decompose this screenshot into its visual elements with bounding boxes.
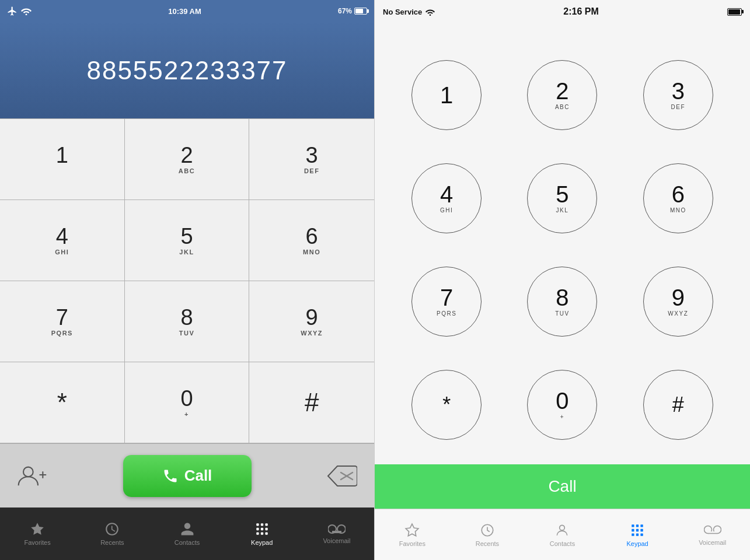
action-row-left: Call [0, 443, 374, 508]
star-icon-left [30, 522, 45, 537]
key-2-right[interactable]: 2 ABC [508, 47, 616, 143]
tab-bar-left: Favorites Recents Contacts [0, 508, 374, 560]
tab-keypad-label-right: Keypad [626, 540, 648, 547]
tab-voicemail-left[interactable]: Voicemail [299, 508, 374, 560]
airplane-icon [7, 6, 18, 16]
svg-rect-20 [632, 524, 634, 527]
svg-rect-21 [636, 524, 639, 527]
svg-rect-10 [265, 528, 267, 530]
status-bar-right: No Service 2:16 PM [375, 0, 750, 23]
no-service-label: No Service [383, 8, 422, 16]
key-9[interactable]: 9 WXYZ [249, 281, 374, 362]
right-right-status [727, 8, 742, 16]
right-left-status: No Service [383, 8, 435, 16]
voicemail-icon-left [328, 523, 346, 535]
key-star[interactable]: * [0, 362, 125, 443]
svg-rect-9 [261, 528, 263, 530]
battery-percent-left: 67% [338, 7, 352, 15]
key-2[interactable]: 2 ABC [125, 119, 250, 200]
phone-icon-left [162, 468, 179, 484]
tab-voicemail-label-right: Voicemail [699, 539, 726, 546]
battery-icon-left [354, 8, 367, 15]
tab-contacts-right[interactable]: Contacts [525, 509, 600, 560]
svg-rect-26 [632, 533, 634, 536]
time-right: 2:16 PM [563, 6, 598, 17]
key-hash[interactable]: # [249, 362, 374, 443]
number-display: 8855522233377 [0, 22, 374, 118]
dialed-number: 8855522233377 [86, 56, 287, 85]
key-6-right[interactable]: 6 MNO [624, 150, 732, 246]
tab-recents-label-left: Recents [100, 539, 124, 546]
svg-rect-24 [636, 528, 639, 531]
key-6[interactable]: 6 MNO [249, 200, 374, 281]
key-4-right[interactable]: 4 GHI [392, 150, 501, 246]
tab-contacts-label-left: Contacts [175, 539, 200, 546]
svg-rect-25 [640, 528, 643, 531]
wifi-icon-right [425, 8, 435, 16]
svg-rect-27 [636, 533, 639, 536]
svg-rect-22 [640, 524, 643, 527]
call-button-right[interactable]: Call [375, 464, 750, 509]
tab-contacts-left[interactable]: Contacts [149, 508, 224, 560]
svg-point-19 [560, 525, 565, 530]
tab-contacts-label-right: Contacts [550, 540, 575, 547]
key-8-right[interactable]: 8 TUV [508, 253, 616, 349]
battery-area-left: 67% [338, 7, 367, 15]
key-7[interactable]: 7 PQRS [0, 281, 125, 362]
svg-rect-7 [265, 523, 267, 526]
key-5-right[interactable]: 5 JKL [508, 150, 616, 246]
svg-rect-8 [256, 528, 259, 530]
key-star-right[interactable]: * [392, 356, 501, 453]
svg-rect-6 [261, 523, 263, 526]
key-3[interactable]: 3 DEF [249, 119, 374, 200]
right-phone: No Service 2:16 PM 1 2 ABC [375, 0, 750, 560]
keypad-left: 1 2 ABC 3 DEF 4 GHI 5 JKL 6 MNO 7 PQRS [0, 118, 374, 443]
svg-rect-23 [632, 528, 634, 531]
keypad-icon-right [630, 523, 645, 538]
tab-favorites-right[interactable]: Favorites [375, 509, 450, 560]
key-1[interactable]: 1 [0, 119, 125, 200]
star-icon-right [404, 523, 420, 538]
wifi-icon-left [21, 7, 32, 15]
svg-rect-13 [265, 532, 267, 534]
add-contact-button[interactable] [12, 456, 53, 496]
status-bar-left: 10:39 AM 67% [0, 0, 374, 22]
svg-rect-28 [640, 533, 643, 536]
tab-favorites-label-left: Favorites [24, 539, 50, 546]
person-icon-left [180, 522, 195, 537]
tab-favorites-left[interactable]: Favorites [0, 508, 75, 560]
key-8[interactable]: 8 TUV [125, 281, 250, 362]
key-4[interactable]: 4 GHI [0, 200, 125, 281]
tab-recents-left[interactable]: Recents [75, 508, 149, 560]
tab-keypad-right[interactable]: Keypad [600, 509, 675, 560]
delete-button-left[interactable] [322, 456, 362, 496]
key-5[interactable]: 5 JKL [125, 200, 250, 281]
svg-rect-12 [261, 532, 263, 534]
key-3-right[interactable]: 3 DEF [624, 47, 732, 143]
battery-icon-right [727, 8, 742, 16]
tab-keypad-left[interactable]: Keypad [225, 508, 299, 560]
key-9-right[interactable]: 9 WXYZ [624, 253, 732, 349]
tab-voicemail-right[interactable]: Voicemail [675, 509, 750, 560]
key-1-right[interactable]: 1 [392, 47, 501, 143]
tab-voicemail-label-left: Voicemail [323, 537, 350, 544]
svg-rect-16 [332, 531, 341, 533]
tab-keypad-label-left: Keypad [251, 539, 273, 546]
voicemail-icon-right [704, 524, 721, 537]
tab-recents-right[interactable]: Recents [450, 509, 525, 560]
svg-rect-11 [256, 532, 259, 534]
left-status-icons [7, 6, 32, 16]
person-icon-right [554, 523, 570, 538]
key-hash-right[interactable]: # [624, 356, 732, 453]
svg-rect-5 [256, 523, 259, 526]
key-7-right[interactable]: 7 PQRS [392, 253, 501, 349]
time-left: 10:39 AM [168, 7, 201, 16]
tab-bar-right: Favorites Recents Contacts [375, 509, 750, 560]
clock-icon-right [480, 523, 495, 538]
tab-recents-label-right: Recents [476, 540, 499, 547]
clock-icon-left [104, 522, 120, 537]
key-0[interactable]: 0 + [125, 362, 250, 443]
key-0-right[interactable]: 0 + [508, 356, 616, 453]
call-label-right: Call [548, 477, 576, 496]
call-button-left[interactable]: Call [123, 455, 252, 497]
